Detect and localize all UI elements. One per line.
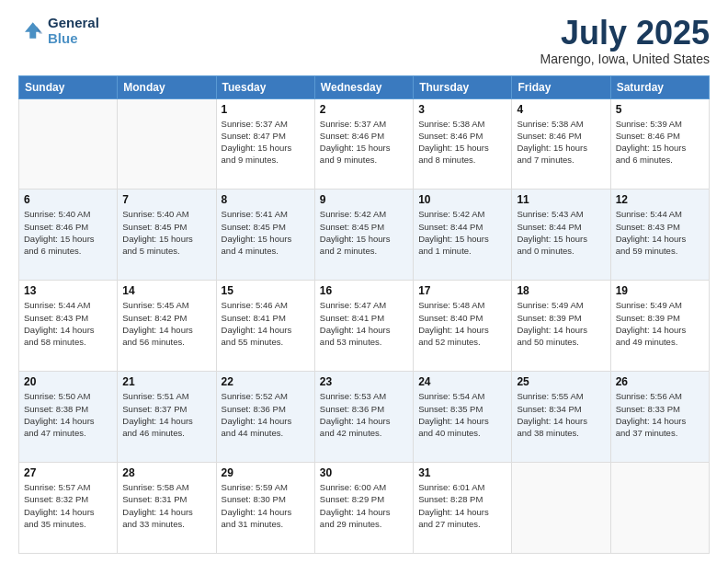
table-row: 26Sunrise: 5:56 AM Sunset: 8:33 PM Dayli… (610, 372, 709, 463)
table-row: 7Sunrise: 5:40 AM Sunset: 8:45 PM Daylig… (118, 190, 216, 281)
day-number: 19 (616, 284, 704, 297)
day-info: Sunrise: 6:01 AM Sunset: 8:28 PM Dayligh… (418, 481, 506, 530)
day-number: 24 (418, 375, 506, 388)
table-row: 13Sunrise: 5:44 AM Sunset: 8:43 PM Dayli… (19, 281, 118, 372)
day-info: Sunrise: 5:55 AM Sunset: 8:34 PM Dayligh… (517, 390, 605, 439)
table-row: 10Sunrise: 5:42 AM Sunset: 8:44 PM Dayli… (414, 190, 512, 281)
table-row: 4Sunrise: 5:38 AM Sunset: 8:46 PM Daylig… (512, 98, 610, 190)
table-row: 23Sunrise: 5:53 AM Sunset: 8:36 PM Dayli… (314, 372, 413, 463)
day-info: Sunrise: 5:40 AM Sunset: 8:45 PM Dayligh… (122, 208, 210, 257)
day-info: Sunrise: 5:48 AM Sunset: 8:40 PM Dayligh… (418, 299, 506, 348)
day-number: 27 (24, 466, 112, 479)
day-number: 14 (122, 284, 210, 297)
table-row: 21Sunrise: 5:51 AM Sunset: 8:37 PM Dayli… (118, 372, 216, 463)
day-number: 17 (418, 284, 506, 297)
day-info: Sunrise: 5:57 AM Sunset: 8:32 PM Dayligh… (24, 481, 112, 530)
table-row: 29Sunrise: 5:59 AM Sunset: 8:30 PM Dayli… (216, 463, 314, 554)
day-info: Sunrise: 5:53 AM Sunset: 8:36 PM Dayligh… (320, 390, 408, 439)
day-number: 7 (122, 193, 210, 206)
day-number: 11 (517, 193, 605, 206)
table-row: 3Sunrise: 5:38 AM Sunset: 8:46 PM Daylig… (414, 98, 512, 190)
day-info: Sunrise: 5:52 AM Sunset: 8:36 PM Dayligh… (222, 390, 310, 439)
header-wednesday: Wednesday (314, 75, 413, 98)
day-number: 16 (320, 284, 408, 297)
day-info: Sunrise: 5:50 AM Sunset: 8:38 PM Dayligh… (24, 390, 112, 439)
page: General Blue July 2025 Marengo, Iowa, Un… (0, 0, 728, 563)
day-info: Sunrise: 6:00 AM Sunset: 8:29 PM Dayligh… (320, 481, 408, 530)
day-info: Sunrise: 5:49 AM Sunset: 8:39 PM Dayligh… (616, 299, 704, 348)
month-title: July 2025 (540, 15, 710, 52)
table-row: 30Sunrise: 6:00 AM Sunset: 8:29 PM Dayli… (314, 463, 413, 554)
day-number: 30 (320, 466, 408, 479)
day-number: 3 (418, 103, 506, 116)
table-row: 28Sunrise: 5:58 AM Sunset: 8:31 PM Dayli… (118, 463, 216, 554)
day-info: Sunrise: 5:37 AM Sunset: 8:47 PM Dayligh… (222, 118, 310, 167)
day-number: 8 (222, 193, 310, 206)
day-number: 12 (616, 193, 704, 206)
table-row: 16Sunrise: 5:47 AM Sunset: 8:41 PM Dayli… (314, 281, 413, 372)
table-row: 14Sunrise: 5:45 AM Sunset: 8:42 PM Dayli… (118, 281, 216, 372)
header-saturday: Saturday (610, 75, 709, 98)
day-info: Sunrise: 5:42 AM Sunset: 8:44 PM Dayligh… (418, 208, 506, 257)
calendar-week-row: 20Sunrise: 5:50 AM Sunset: 8:38 PM Dayli… (19, 372, 710, 463)
day-info: Sunrise: 5:46 AM Sunset: 8:41 PM Dayligh… (222, 299, 310, 348)
day-number: 18 (517, 284, 605, 297)
header-tuesday: Tuesday (216, 75, 314, 98)
title-block: July 2025 Marengo, Iowa, United States (540, 15, 710, 66)
day-number: 6 (24, 193, 112, 206)
day-info: Sunrise: 5:44 AM Sunset: 8:43 PM Dayligh… (616, 208, 704, 257)
table-row: 2Sunrise: 5:37 AM Sunset: 8:46 PM Daylig… (314, 98, 413, 190)
calendar-table: Sunday Monday Tuesday Wednesday Thursday… (18, 75, 710, 554)
table-row: 24Sunrise: 5:54 AM Sunset: 8:35 PM Dayli… (414, 372, 512, 463)
header: General Blue July 2025 Marengo, Iowa, Un… (18, 15, 710, 66)
day-number: 26 (616, 375, 704, 388)
logo: General Blue (18, 15, 99, 46)
day-info: Sunrise: 5:39 AM Sunset: 8:46 PM Dayligh… (616, 118, 704, 167)
table-row (512, 463, 610, 554)
day-number: 25 (517, 375, 605, 388)
table-row: 25Sunrise: 5:55 AM Sunset: 8:34 PM Dayli… (512, 372, 610, 463)
day-number: 2 (320, 103, 408, 116)
header-sunday: Sunday (19, 75, 118, 98)
day-number: 1 (222, 103, 310, 116)
table-row: 8Sunrise: 5:41 AM Sunset: 8:45 PM Daylig… (216, 190, 314, 281)
table-row: 5Sunrise: 5:39 AM Sunset: 8:46 PM Daylig… (610, 98, 709, 190)
day-info: Sunrise: 5:37 AM Sunset: 8:46 PM Dayligh… (320, 118, 408, 167)
day-info: Sunrise: 5:40 AM Sunset: 8:46 PM Dayligh… (24, 208, 112, 257)
calendar-week-row: 13Sunrise: 5:44 AM Sunset: 8:43 PM Dayli… (19, 281, 710, 372)
logo-text: General Blue (48, 15, 99, 46)
day-info: Sunrise: 5:58 AM Sunset: 8:31 PM Dayligh… (122, 481, 210, 530)
table-row: 27Sunrise: 5:57 AM Sunset: 8:32 PM Dayli… (19, 463, 118, 554)
calendar-week-row: 6Sunrise: 5:40 AM Sunset: 8:46 PM Daylig… (19, 190, 710, 281)
day-info: Sunrise: 5:59 AM Sunset: 8:30 PM Dayligh… (222, 481, 310, 530)
table-row: 15Sunrise: 5:46 AM Sunset: 8:41 PM Dayli… (216, 281, 314, 372)
day-info: Sunrise: 5:47 AM Sunset: 8:41 PM Dayligh… (320, 299, 408, 348)
location: Marengo, Iowa, United States (540, 52, 710, 66)
day-number: 10 (418, 193, 506, 206)
day-info: Sunrise: 5:38 AM Sunset: 8:46 PM Dayligh… (517, 118, 605, 167)
day-info: Sunrise: 5:54 AM Sunset: 8:35 PM Dayligh… (418, 390, 506, 439)
table-row: 6Sunrise: 5:40 AM Sunset: 8:46 PM Daylig… (19, 190, 118, 281)
logo-icon (18, 17, 44, 43)
table-row: 11Sunrise: 5:43 AM Sunset: 8:44 PM Dayli… (512, 190, 610, 281)
day-info: Sunrise: 5:44 AM Sunset: 8:43 PM Dayligh… (24, 299, 112, 348)
day-number: 13 (24, 284, 112, 297)
day-info: Sunrise: 5:45 AM Sunset: 8:42 PM Dayligh… (122, 299, 210, 348)
calendar-week-row: 27Sunrise: 5:57 AM Sunset: 8:32 PM Dayli… (19, 463, 710, 554)
table-row: 22Sunrise: 5:52 AM Sunset: 8:36 PM Dayli… (216, 372, 314, 463)
table-row: 19Sunrise: 5:49 AM Sunset: 8:39 PM Dayli… (610, 281, 709, 372)
day-number: 29 (222, 466, 310, 479)
day-number: 22 (222, 375, 310, 388)
table-row (610, 463, 709, 554)
day-info: Sunrise: 5:41 AM Sunset: 8:45 PM Dayligh… (222, 208, 310, 257)
day-number: 23 (320, 375, 408, 388)
table-row (118, 98, 216, 190)
day-info: Sunrise: 5:42 AM Sunset: 8:45 PM Dayligh… (320, 208, 408, 257)
day-number: 20 (24, 375, 112, 388)
table-row: 31Sunrise: 6:01 AM Sunset: 8:28 PM Dayli… (414, 463, 512, 554)
day-number: 4 (517, 103, 605, 116)
day-info: Sunrise: 5:51 AM Sunset: 8:37 PM Dayligh… (122, 390, 210, 439)
day-number: 15 (222, 284, 310, 297)
table-row (19, 98, 118, 190)
day-number: 5 (616, 103, 704, 116)
